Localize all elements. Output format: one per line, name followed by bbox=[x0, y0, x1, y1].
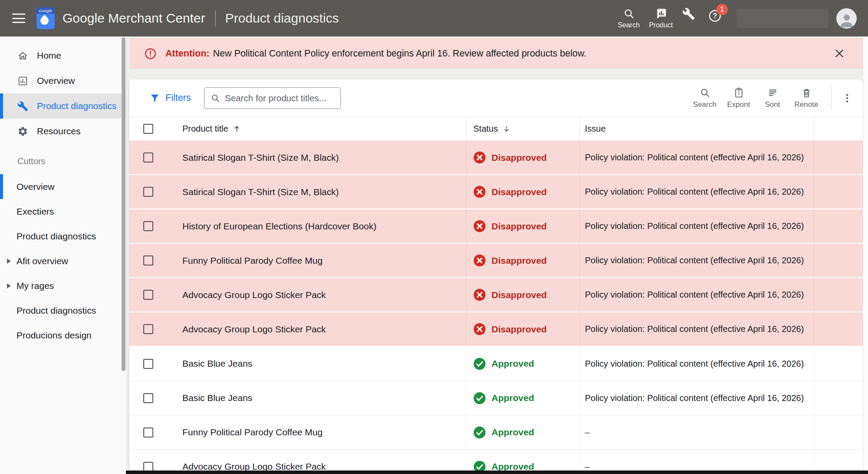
notification-badge: 1 bbox=[716, 4, 728, 15]
svg-text:?: ? bbox=[713, 12, 717, 20]
row-checkbox[interactable] bbox=[143, 187, 153, 197]
table-body: Satirical Slogan T-Shirt (Size M, Black)… bbox=[129, 141, 863, 474]
account-avatar[interactable] bbox=[836, 8, 857, 29]
header-search-button[interactable]: Search bbox=[613, 8, 645, 29]
status-badge: Disapproved bbox=[473, 254, 547, 267]
sidebar-item-resources[interactable]: Resources bbox=[0, 119, 126, 144]
issue-text: Policy violation: Political content (eff… bbox=[585, 255, 804, 266]
sidebar-item-label: Product diagnostics bbox=[37, 101, 116, 111]
sort-asc-icon[interactable] bbox=[233, 125, 241, 133]
disapproved-icon bbox=[473, 323, 486, 335]
sidebar-item-product-diagnostics[interactable]: Product diagnostics bbox=[0, 93, 126, 119]
sidebar-item-label: Resources bbox=[37, 126, 80, 136]
product-title: Advocacy Group Logo Sticker Pack bbox=[182, 290, 326, 300]
search-icon bbox=[211, 93, 220, 103]
sidebar-item-overview[interactable]: Overview bbox=[0, 68, 126, 93]
product-title: History of European Elections (Hardcover… bbox=[182, 221, 376, 232]
table-row[interactable]: History of European Elections (Hardcover… bbox=[129, 209, 863, 244]
status-text: Disapproved bbox=[492, 290, 547, 300]
sidebar-item-producions-design[interactable]: Producions design bbox=[0, 323, 126, 348]
issue-text: Policy violation: Political content (eff… bbox=[585, 186, 804, 198]
column-header-issue[interactable]: Issue bbox=[585, 124, 606, 134]
banner-message: New Political Content Policy enforcement… bbox=[213, 48, 587, 59]
header-product-button[interactable]: Product bbox=[645, 8, 677, 29]
select-all-checkbox[interactable] bbox=[143, 124, 153, 134]
action-label: Expont bbox=[727, 100, 750, 109]
table-row[interactable]: Satirical Slogan T-Shirt (Size M, Black)… bbox=[129, 175, 863, 209]
approved-icon bbox=[473, 426, 486, 439]
sont-button[interactable]: Sont bbox=[756, 87, 789, 109]
page-scrollbar-track[interactable] bbox=[863, 36, 868, 474]
status-badge: Approved bbox=[473, 358, 534, 370]
remove-icon bbox=[801, 87, 812, 98]
product-title: Satirical Slogan T-Shirt (Size M, Black) bbox=[182, 152, 339, 163]
row-checkbox[interactable] bbox=[143, 255, 153, 265]
sidebar-item-label: Exectiers bbox=[17, 206, 54, 217]
menu-icon[interactable] bbox=[12, 13, 25, 23]
column-header-product-title[interactable]: Product title bbox=[182, 124, 228, 134]
row-checkbox[interactable] bbox=[143, 290, 153, 300]
issue-text: Policy violation: Political content (eff… bbox=[585, 289, 804, 301]
sidebar-item-product-diagnostics[interactable]: Product diagnostics bbox=[0, 298, 126, 323]
row-checkbox[interactable] bbox=[143, 359, 153, 369]
page-title: Product diagnostics bbox=[225, 11, 339, 26]
table-row[interactable]: Advocacy Group Logo Sticker PackDisappro… bbox=[129, 278, 863, 312]
table-row[interactable]: Advocacy Group Logo Sticker PackDisappro… bbox=[129, 312, 863, 347]
header-tools-button[interactable] bbox=[682, 7, 695, 22]
product-search-input[interactable] bbox=[225, 93, 334, 103]
sidebar-primary-nav: HomeOverviewProduct diagnosticsResources bbox=[0, 36, 126, 144]
sidebar-item-label: Overview bbox=[17, 182, 55, 192]
banner-close-icon[interactable] bbox=[833, 47, 845, 60]
filters-button[interactable]: Filters bbox=[150, 93, 191, 103]
more-options-button[interactable] bbox=[838, 93, 857, 104]
expont-button[interactable]: Expont bbox=[722, 87, 756, 109]
expand-arrow-icon[interactable] bbox=[7, 283, 11, 288]
product-title: Satirical Slogan T-Shirt (Size M, Black) bbox=[182, 187, 339, 197]
sidebar-section-label: Cuttors bbox=[0, 154, 126, 168]
sidebar-item-label: Product diagnostics bbox=[17, 305, 96, 316]
sidebar-scrollbar[interactable] bbox=[122, 37, 125, 371]
row-checkbox[interactable] bbox=[143, 221, 153, 231]
row-checkbox[interactable] bbox=[143, 324, 153, 334]
row-checkbox[interactable] bbox=[143, 393, 153, 403]
status-text: Approved bbox=[492, 358, 534, 369]
product-feedback-icon bbox=[655, 8, 667, 20]
header-help-button[interactable]: ? 1 bbox=[708, 9, 722, 24]
column-header-status[interactable]: Status bbox=[473, 124, 498, 134]
table-toolbar: Filters SearchExpontSontRenote bbox=[129, 80, 863, 116]
sidebar-item-product-diagnostics[interactable]: Product diagnostics bbox=[0, 224, 126, 249]
toolbar-actions: SearchExpontSontRenote bbox=[688, 80, 857, 116]
table-row[interactable]: Funny Political Parody Coffee MugDisappr… bbox=[129, 244, 863, 278]
logo-drop-icon bbox=[39, 15, 50, 27]
sidebar-item-overview[interactable]: Overview bbox=[0, 174, 126, 199]
sidebar-secondary-nav: OverviewExectiersProduct diagnosticsAfit… bbox=[0, 174, 126, 348]
sidebar-item-home[interactable]: Home bbox=[0, 43, 126, 68]
status-badge: Disapproved bbox=[473, 323, 547, 335]
sidebar-item-exectiers[interactable]: Exectiers bbox=[0, 199, 126, 224]
issue-text: Policy violation: Political content (eff… bbox=[585, 323, 804, 335]
renote-button[interactable]: Renote bbox=[789, 87, 823, 109]
product-title: Funny Political Parody Coffee Mug bbox=[182, 427, 323, 438]
search-button[interactable]: Search bbox=[688, 87, 722, 109]
sort-desc-icon[interactable] bbox=[502, 125, 511, 133]
search-icon bbox=[700, 87, 710, 98]
filter-icon bbox=[150, 93, 160, 103]
attention-banner: Attention: New Political Content Policy … bbox=[129, 38, 863, 69]
home-icon bbox=[17, 50, 28, 61]
table-row[interactable]: Basic Blue JeansApprovedPolicy violation… bbox=[129, 347, 863, 381]
sidebar-item-label: Afit overview bbox=[17, 256, 68, 266]
row-checkbox[interactable] bbox=[143, 428, 153, 438]
table-row[interactable]: Satirical Slogan T-Shirt (Size M, Black)… bbox=[129, 141, 863, 175]
disapproved-icon bbox=[473, 186, 486, 198]
expand-arrow-icon[interactable] bbox=[7, 259, 11, 264]
disapproved-icon bbox=[473, 151, 486, 164]
row-checkbox[interactable] bbox=[143, 152, 153, 162]
main-content: Attention: New Political Content Policy … bbox=[126, 36, 868, 474]
gear-icon bbox=[17, 126, 28, 137]
table-row[interactable]: Basic Blue JeansApprovedPolicy violation… bbox=[129, 381, 863, 415]
sidebar-item-my-rages[interactable]: My rages bbox=[0, 273, 126, 298]
wrench-icon bbox=[17, 101, 28, 112]
table-row[interactable]: Funny Political Parody Coffee MugApprove… bbox=[129, 415, 863, 450]
sidebar-item-afit-overview[interactable]: Afit overview bbox=[0, 249, 126, 273]
header-highlight-area bbox=[736, 9, 828, 28]
